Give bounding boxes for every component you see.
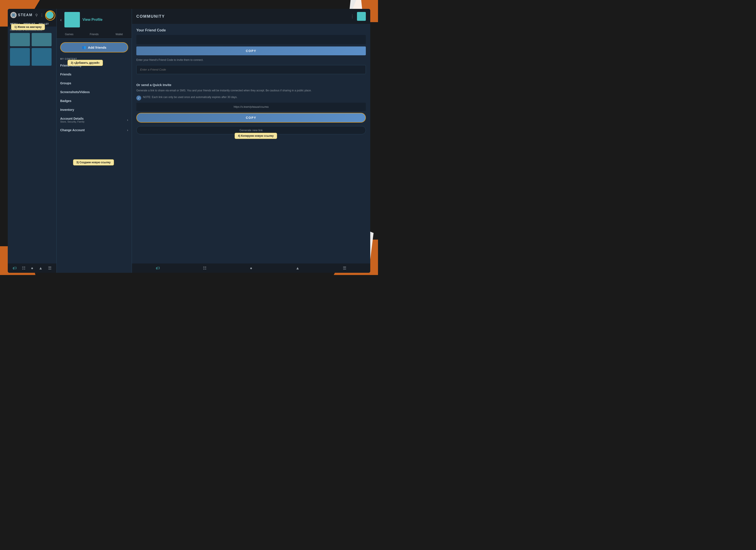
featured-img-3 xyxy=(10,48,30,66)
left-panel: STEAM ⚲ ⋮ MENU ▼ WISHLIST WALLET FEATURE… xyxy=(8,9,56,273)
avatar-ring xyxy=(45,10,55,21)
copy-invite-link-button[interactable]: COPY xyxy=(136,113,366,123)
community-content: Your Friend Code COPY Enter your friend'… xyxy=(132,24,370,264)
search-icon[interactable]: ⚲ xyxy=(35,13,38,17)
back-button[interactable]: ‹ xyxy=(60,17,62,22)
menu-screenshots[interactable]: Screenshots/Videos xyxy=(57,88,132,97)
right-panel: COMMUNITY ⋮ Your Friend Code COPY Enter … xyxy=(132,9,370,273)
list-icon[interactable]: ☷ xyxy=(22,266,25,271)
friend-code-title: Your Friend Code xyxy=(136,28,366,32)
invite-link-display: https://s.team/p/ваша/ссылка xyxy=(136,103,366,111)
community-title: COMMUNITY xyxy=(136,14,165,19)
featured-img-1 xyxy=(10,33,30,46)
add-friends-label: Add friends xyxy=(88,46,106,49)
quick-invite-title: Or send a Quick Invite xyxy=(136,83,366,87)
add-friends-button[interactable]: 👥 Add friends xyxy=(60,42,128,52)
left-content-area: FEATURED & RECOMMENDED xyxy=(8,27,56,264)
friend-code-desc: Enter your friend's Friend Code to invit… xyxy=(136,58,366,62)
quick-invite-desc: Generate a link to share via email or SM… xyxy=(136,89,366,93)
header-icons: ⚲ ⋮ xyxy=(35,11,54,19)
annotation-4-wrapper: 4) Копируем новую ссылку xyxy=(235,133,277,139)
community-header-right: ⋮ xyxy=(350,12,366,21)
annotation-1: 1) Жмем на аватарку xyxy=(11,24,45,30)
community-bottom-nav: 🏷 ☷ ● ▲ ☰ xyxy=(132,264,370,273)
friend-code-section: Your Friend Code COPY Enter your friend'… xyxy=(136,28,366,79)
more-icon[interactable]: ⋮ xyxy=(40,13,44,17)
featured-images xyxy=(10,33,54,66)
shield-icon[interactable]: ● xyxy=(31,266,33,271)
annotation-3-wrapper: 3) Создаем новую ссылку xyxy=(73,159,114,166)
community-menu-icon[interactable]: ☰ xyxy=(343,266,346,271)
profile-tabs: Games Friends Wallet xyxy=(57,31,132,39)
tab-friends[interactable]: Friends xyxy=(82,31,107,39)
check-icon: ✓ xyxy=(136,96,141,101)
menu-items: Friend Activity Friends Groups Screensho… xyxy=(57,61,132,273)
menu-account-details[interactable]: Account Details Store, Security, Family … xyxy=(57,114,132,126)
steam-logo-area: STEAM xyxy=(10,12,33,18)
menu-badges[interactable]: Badges xyxy=(57,97,132,105)
community-list-icon[interactable]: ☷ xyxy=(203,266,206,271)
note-text: ✓ NOTE: Each link can only be used once … xyxy=(136,95,366,101)
menu-inventory[interactable]: Inventory xyxy=(57,105,132,114)
menu-groups[interactable]: Groups xyxy=(57,79,132,88)
tab-wallet[interactable]: Wallet xyxy=(107,31,132,39)
copy-friend-code-button[interactable]: COPY xyxy=(136,46,366,55)
annotation-2-text: 2) «Добавить друзей» xyxy=(67,60,103,66)
add-friends-icon: 👥 xyxy=(82,45,86,49)
friend-code-input[interactable] xyxy=(136,65,366,74)
featured-img-4 xyxy=(32,48,52,66)
annotation-1-text: 1) Жмем на аватарку xyxy=(11,24,45,30)
community-header: COMMUNITY ⋮ xyxy=(132,9,370,24)
view-profile-button[interactable]: View Profile xyxy=(83,18,102,22)
annotation-2: 2) «Добавить друзей» xyxy=(67,60,103,66)
tag-icon[interactable]: 🏷 xyxy=(13,266,17,271)
main-wrapper: STEAM ⚲ ⋮ MENU ▼ WISHLIST WALLET FEATURE… xyxy=(8,9,370,273)
hamburger-icon[interactable]: ☰ xyxy=(48,266,52,271)
left-bottom-nav: 🏷 ☷ ● ▲ ☰ xyxy=(8,264,56,273)
annotation-3-text: 3) Создаем новую ссылку xyxy=(73,159,114,166)
menu-change-account[interactable]: Change Account › xyxy=(57,126,132,135)
steam-logo-icon xyxy=(10,12,17,18)
steam-header: STEAM ⚲ ⋮ xyxy=(8,9,56,21)
community-more-icon[interactable]: ⋮ xyxy=(350,14,354,19)
header-avatar[interactable] xyxy=(46,11,54,19)
friend-code-display xyxy=(136,35,366,44)
steam-logo-text: STEAM xyxy=(18,13,33,17)
community-shield-icon[interactable]: ● xyxy=(250,266,252,271)
chevron-right-icon-2: › xyxy=(127,128,128,132)
middle-panel: ‹ View Profile Games Friends Wallet 👥 Ad… xyxy=(56,9,132,273)
featured-img-2 xyxy=(32,33,52,46)
community-tag-icon[interactable]: 🏷 xyxy=(156,266,160,271)
tab-games[interactable]: Games xyxy=(57,31,82,39)
menu-friends[interactable]: Friends xyxy=(57,70,132,79)
profile-header: ‹ View Profile xyxy=(57,9,132,31)
community-avatar xyxy=(357,12,366,21)
community-bell-icon[interactable]: ▲ xyxy=(296,266,300,271)
chevron-right-icon: › xyxy=(127,118,128,122)
profile-avatar xyxy=(64,12,80,27)
annotation-4-text: 4) Копируем новую ссылку xyxy=(235,133,277,139)
quick-invite-section: Or send a Quick Invite Generate a link t… xyxy=(136,83,366,134)
bell-icon[interactable]: ▲ xyxy=(39,266,43,271)
